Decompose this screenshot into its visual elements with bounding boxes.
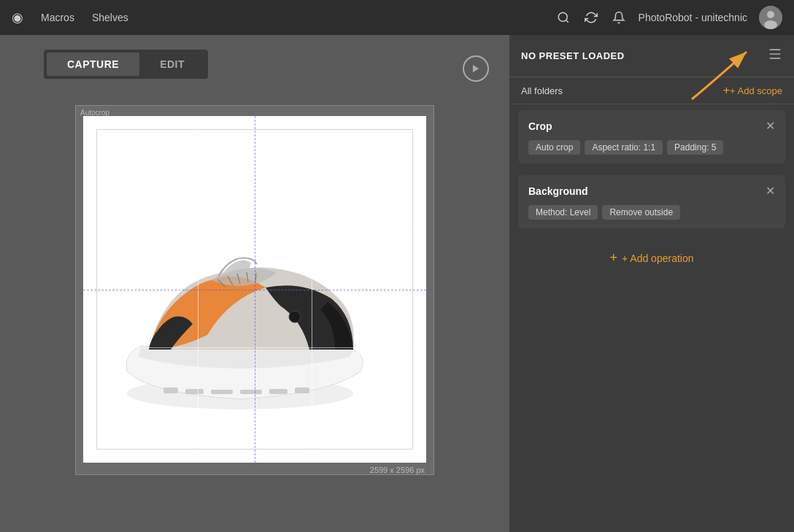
- crop-tag-2[interactable]: Padding: 5: [667, 140, 723, 155]
- add-scope-button[interactable]: + + Add scope: [723, 85, 782, 96]
- capture-tab[interactable]: CAPTURE: [47, 53, 139, 76]
- svg-rect-20: [770, 53, 781, 55]
- canvas-outer: Autocrop: [75, 105, 434, 475]
- crop-tag-1[interactable]: Aspect ratio: 1:1: [585, 140, 663, 155]
- play-button[interactable]: [463, 55, 489, 82]
- content-area: CAPTURE EDIT Autocrop: [0, 35, 509, 532]
- svg-point-3: [767, 11, 774, 18]
- background-tag-0[interactable]: Method: Level: [528, 205, 598, 220]
- add-operation-button[interactable]: + + Add operation: [509, 240, 794, 276]
- sidebar-header: NO PRESET LOADED: [509, 35, 794, 77]
- crop-tag-0[interactable]: Auto crop: [528, 140, 580, 155]
- crop-card-header: Crop ✕: [528, 119, 775, 133]
- svg-point-12: [289, 311, 301, 323]
- main-layout: CAPTURE EDIT Autocrop: [0, 35, 794, 532]
- notification-icon[interactable]: [611, 9, 627, 26]
- avatar[interactable]: [759, 6, 782, 29]
- svg-line-11: [255, 273, 256, 282]
- background-tags: Method: Level Remove outside: [528, 205, 775, 220]
- no-preset-label: NO PRESET LOADED: [521, 50, 625, 61]
- svg-line-1: [566, 20, 568, 22]
- svg-rect-15: [211, 390, 233, 394]
- crop-operation-card: Crop ✕ Auto crop Aspect ratio: 1:1 Paddi…: [518, 110, 785, 163]
- search-icon[interactable]: [555, 9, 571, 26]
- add-operation-label: + Add operation: [622, 252, 693, 264]
- crop-title: Crop: [528, 120, 552, 132]
- topbar: ◉ Macros Shelves PhotoRobot - unitechnic: [0, 0, 794, 35]
- app-title: PhotoRobot - unitechnic: [639, 12, 747, 23]
- background-operation-card: Background ✕ Method: Level Remove outsid…: [518, 175, 785, 228]
- crop-tags: Auto crop Aspect ratio: 1:1 Padding: 5: [528, 140, 775, 155]
- svg-rect-18: [295, 388, 309, 393]
- svg-rect-21: [770, 58, 781, 59]
- svg-rect-14: [185, 389, 204, 394]
- tab-bar: CAPTURE EDIT: [44, 50, 208, 79]
- all-folders-bar: All folders + + Add scope: [509, 77, 794, 104]
- topbar-left: ◉ Macros Shelves: [12, 9, 538, 26]
- right-sidebar: NO PRESET LOADED All folders + + Add sco…: [509, 35, 794, 532]
- background-card-header: Background ✕: [528, 184, 775, 198]
- macros-nav[interactable]: Macros: [41, 12, 74, 23]
- product-image: [105, 204, 375, 415]
- topbar-right: PhotoRobot - unitechnic: [555, 6, 782, 29]
- shelves-nav[interactable]: Shelves: [92, 12, 128, 23]
- all-folders-label: All folders: [521, 85, 563, 96]
- edit-tab[interactable]: EDIT: [139, 53, 205, 76]
- sync-icon[interactable]: [583, 9, 599, 26]
- svg-point-4: [764, 20, 777, 29]
- svg-rect-16: [240, 390, 262, 394]
- svg-rect-19: [770, 49, 781, 50]
- background-close-button[interactable]: ✕: [766, 184, 775, 198]
- menu-dots-icon[interactable]: [768, 47, 782, 65]
- svg-rect-17: [269, 389, 288, 394]
- add-scope-label: + Add scope: [730, 85, 782, 96]
- add-operation-plus-icon: +: [610, 250, 618, 266]
- svg-marker-5: [473, 65, 479, 73]
- app-logo-icon: ◉: [12, 9, 23, 26]
- background-title: Background: [528, 185, 588, 197]
- dimension-label: 2599 x 2596 px: [83, 466, 426, 474]
- canvas-image-area: [83, 116, 426, 463]
- svg-rect-13: [163, 388, 178, 393]
- plus-icon: +: [723, 85, 730, 96]
- crop-close-button[interactable]: ✕: [766, 119, 775, 133]
- background-tag-1[interactable]: Remove outside: [602, 205, 680, 220]
- svg-point-0: [558, 12, 567, 21]
